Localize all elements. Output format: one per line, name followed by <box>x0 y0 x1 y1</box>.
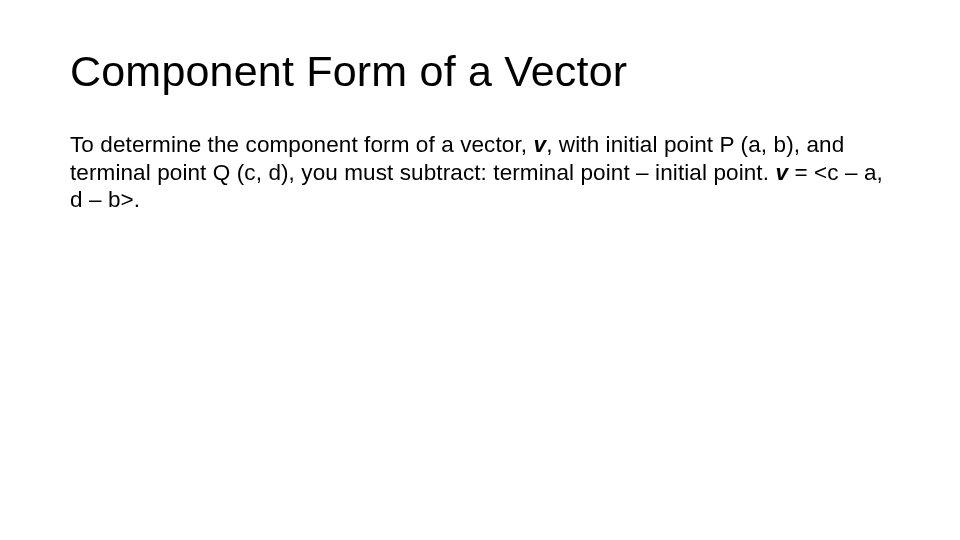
vector-symbol-1: v <box>534 132 547 157</box>
slide: Component Form of a Vector To determine … <box>0 0 960 540</box>
vector-symbol-2: v <box>775 160 788 185</box>
slide-body: To determine the component form of a vec… <box>70 131 890 213</box>
body-text-1: To determine the component form of a vec… <box>70 132 534 157</box>
slide-title: Component Form of a Vector <box>70 48 890 95</box>
